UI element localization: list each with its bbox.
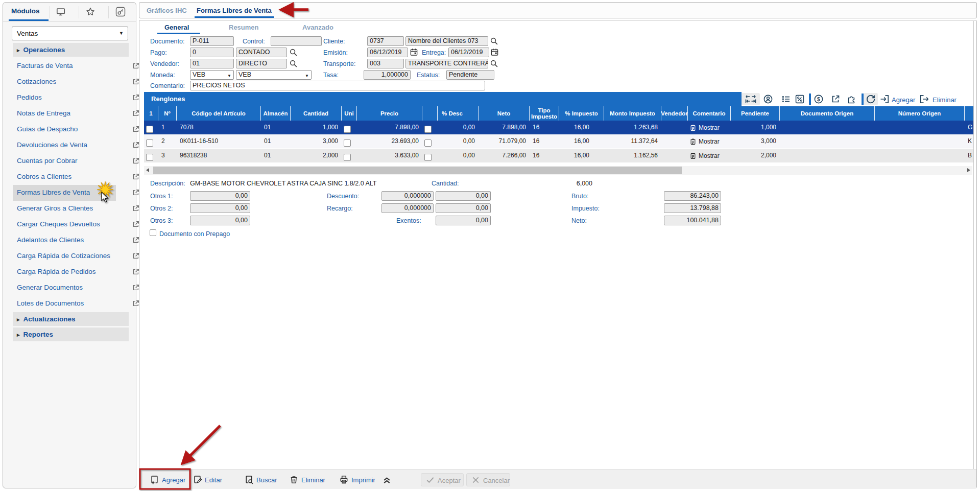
sidebar-item-adelantos-de-clientes[interactable]: Adelantos de Clientes <box>13 232 129 248</box>
control-input[interactable] <box>271 36 322 46</box>
transporte-search-icon[interactable] <box>490 59 498 68</box>
tasa-input[interactable]: 1,000000 <box>364 70 411 80</box>
row-checkbox[interactable] <box>146 154 153 161</box>
pago-nombre-input[interactable]: CONTADO <box>236 48 287 57</box>
add-row-icon[interactable] <box>879 94 890 104</box>
eliminar-button[interactable]: Eliminar <box>301 476 325 484</box>
column-header[interactable]: Código del Artículo <box>177 106 261 121</box>
pago-search-icon[interactable] <box>289 48 298 57</box>
sidebar-item-carga-rapida-de-cotizaciones[interactable]: Carga Rápida de Cotizaciones <box>13 248 129 264</box>
tab-modulos[interactable]: Módulos <box>11 7 40 15</box>
section-operaciones[interactable]: ▸Operaciones <box>13 43 129 57</box>
recargo-pct-input[interactable]: 0,000000 <box>381 203 434 213</box>
prepago-checkbox[interactable] <box>150 229 156 236</box>
cliente-codigo-input[interactable]: 0737 <box>367 36 404 46</box>
subtab-avanzado[interactable]: Avanzado <box>302 24 333 31</box>
module-select[interactable]: Ventas ▼ <box>12 27 128 40</box>
otros2-input[interactable]: 0,00 <box>190 203 250 213</box>
trash-icon[interactable] <box>289 475 299 484</box>
column-header[interactable]: Número Origen <box>875 106 965 121</box>
column-header[interactable]: 1 <box>144 106 158 121</box>
scroll-left-button[interactable] <box>144 166 152 175</box>
row-checkbox[interactable] <box>424 154 432 161</box>
open-external-icon[interactable] <box>830 94 841 104</box>
row-checkbox[interactable] <box>146 126 153 133</box>
descuento-pct-input[interactable]: 0,000000 <box>381 191 434 201</box>
row-checkbox[interactable] <box>344 154 351 161</box>
add-row-label[interactable]: Agregar <box>892 96 915 104</box>
row-checkbox[interactable] <box>344 126 351 133</box>
tab-graficos-ihc[interactable]: Gráficos IHC <box>147 7 187 14</box>
plugin-icon[interactable] <box>846 94 856 104</box>
column-header[interactable]: Monto Impuesto <box>604 106 661 121</box>
row-checkbox[interactable] <box>424 139 432 147</box>
list-icon[interactable] <box>781 94 791 104</box>
mostrar-link[interactable]: Mostrar <box>688 121 731 134</box>
estatus-input[interactable]: Pendiente <box>446 70 494 80</box>
refresh-icon[interactable] <box>866 94 876 104</box>
sidebar-item-cobros-a-clientes[interactable]: Cobros a Clientes <box>13 169 129 185</box>
imprimir-button[interactable]: Imprimir <box>351 476 375 484</box>
transporte-nombre-input[interactable]: TRANSPORTE CONTRERA <box>405 59 488 68</box>
sidebar-item-devoluciones-de-venta[interactable]: Devoluciones de Venta <box>13 137 129 153</box>
vendedor-nombre-input[interactable]: DIRECTO <box>236 59 287 68</box>
entrega-calendar-icon[interactable] <box>490 48 499 57</box>
cancelar-button[interactable]: Cancelar <box>466 473 510 486</box>
descuento-input[interactable]: 0,00 <box>436 191 491 201</box>
customer-icon[interactable] <box>763 94 773 104</box>
edit-document-icon[interactable] <box>193 475 202 484</box>
column-header[interactable]: Uni <box>342 106 357 121</box>
column-header[interactable]: Documento Origen <box>780 106 875 121</box>
column-header[interactable]: Tipo Impuesto <box>530 106 559 121</box>
vendedor-search-icon[interactable] <box>289 59 298 68</box>
column-header[interactable]: Precio <box>357 106 422 121</box>
neto-input[interactable]: 100.041,88 <box>664 216 721 225</box>
transporte-codigo-input[interactable]: 003 <box>367 59 404 68</box>
sidebar-item-lotes-de-documentos[interactable]: Lotes de Documentos <box>13 296 129 312</box>
bruto-input[interactable]: 86.243,00 <box>664 191 721 201</box>
otros1-input[interactable]: 0,00 <box>190 191 250 201</box>
recargo-input[interactable]: 0,00 <box>436 203 491 213</box>
sidebar-item-formas-libres-de-venta[interactable]: Formas Libres de Venta <box>13 185 116 201</box>
otros3-input[interactable]: 0,00 <box>190 216 250 225</box>
section-actualizaciones[interactable]: ▸Actualizaciones <box>13 312 129 326</box>
column-header[interactable]: % Desc <box>438 106 479 121</box>
row-checkbox[interactable] <box>146 139 153 147</box>
vendedor-codigo-input[interactable]: 01 <box>190 59 234 68</box>
table-row[interactable]: 20K011-16-510013,00023.693,000,0071.079,… <box>144 134 974 149</box>
section-reportes[interactable]: ▸Reportes <box>13 328 129 341</box>
sidebar-item-cotizaciones[interactable]: Cotizaciones <box>13 74 129 90</box>
percent-icon[interactable] <box>795 94 805 104</box>
editar-button[interactable]: Editar <box>205 476 222 484</box>
aceptar-button[interactable]: Aceptar <box>421 473 464 486</box>
column-header[interactable]: Vendedor <box>661 106 688 121</box>
printer-icon[interactable] <box>339 475 349 484</box>
table-horizontal-scrollbar[interactable] <box>144 166 972 175</box>
sidebar-item-carga-rapida-de-pedidos[interactable]: Carga Rápida de Pedidos <box>13 264 129 280</box>
remove-row-label[interactable]: Eliminar <box>933 96 957 104</box>
impuesto-input[interactable]: 13.798,88 <box>664 203 721 213</box>
exentos-input[interactable]: 0,00 <box>436 216 491 225</box>
moneda-select-2[interactable]: VEB▼ <box>236 70 312 80</box>
collapse-toolbar-icon[interactable] <box>382 475 392 484</box>
sidebar-item-generar-documentos[interactable]: Generar Documentos <box>13 280 129 296</box>
fit-columns-icon[interactable] <box>745 94 757 104</box>
mostrar-link[interactable]: Mostrar <box>688 134 731 148</box>
cliente-nombre-input[interactable]: Nombre del Clientes 073 <box>405 36 488 46</box>
column-header[interactable]: Neto <box>479 106 530 121</box>
sidebar-item-cargar-cheques-devueltos[interactable]: Cargar Cheques Devueltos <box>13 217 129 232</box>
subtab-resumen[interactable]: Resumen <box>229 24 259 31</box>
column-header[interactable]: Nº <box>158 106 177 121</box>
key-icon[interactable] <box>115 7 126 17</box>
search-document-icon[interactable] <box>244 475 254 484</box>
sidebar-item-pedidos[interactable]: Pedidos <box>13 90 129 106</box>
row-checkbox[interactable] <box>344 139 351 147</box>
agregar-button[interactable]: Agregar <box>162 476 185 484</box>
scroll-right-button[interactable] <box>964 166 972 175</box>
column-header[interactable]: Almacén <box>261 106 291 121</box>
sidebar-item-notas-de-entrega[interactable]: Notas de Entrega <box>13 106 129 122</box>
buscar-button[interactable]: Buscar <box>256 476 277 484</box>
cliente-search-icon[interactable] <box>490 37 498 45</box>
column-header[interactable]: Pendiente <box>731 106 780 121</box>
emision-input[interactable]: 06/12/2019 <box>367 48 408 57</box>
